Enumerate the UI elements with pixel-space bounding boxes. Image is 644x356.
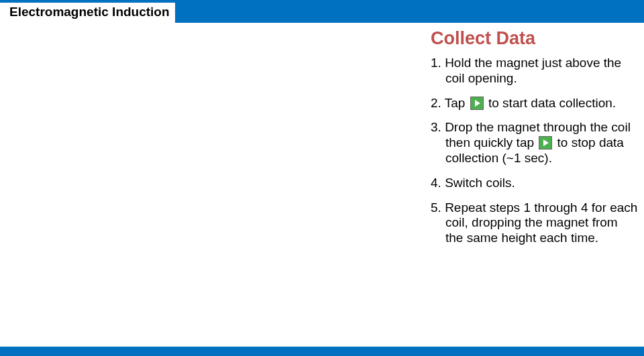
header-bar: Electromagnetic Induction (0, 3, 644, 23)
header-fill (175, 3, 644, 23)
step-text: Switch coils. (445, 176, 515, 190)
step-number: 1. (431, 56, 441, 70)
list-item: 4. Switch coils. (431, 176, 639, 191)
section-title: Collect Data (431, 28, 639, 49)
instruction-list: 1. Hold the magnet just above the coil o… (431, 56, 639, 246)
step-text: Repeat steps 1 through 4 for each coil, … (445, 200, 637, 245)
step-number: 2. (431, 96, 441, 110)
list-item: 3. Drop the magnet through the coil then… (431, 120, 639, 166)
page-title: Electromagnetic Induction (0, 3, 175, 23)
play-icon[interactable] (470, 97, 484, 110)
step-text: Tap (445, 96, 469, 110)
play-icon[interactable] (539, 136, 552, 150)
list-item: 1. Hold the magnet just above the coil o… (431, 56, 639, 86)
list-item: 5. Repeat steps 1 through 4 for each coi… (431, 200, 639, 246)
step-text: to start data collection. (485, 96, 616, 110)
step-number: 3. (431, 120, 441, 134)
footer-bar (0, 347, 644, 356)
step-text: Hold the magnet just above the coil open… (445, 56, 621, 85)
instructions-panel: Collect Data 1. Hold the magnet just abo… (431, 28, 639, 255)
step-number: 4. (431, 176, 441, 190)
list-item: 2. Tap to start data collection. (431, 96, 639, 111)
step-number: 5. (431, 200, 441, 215)
